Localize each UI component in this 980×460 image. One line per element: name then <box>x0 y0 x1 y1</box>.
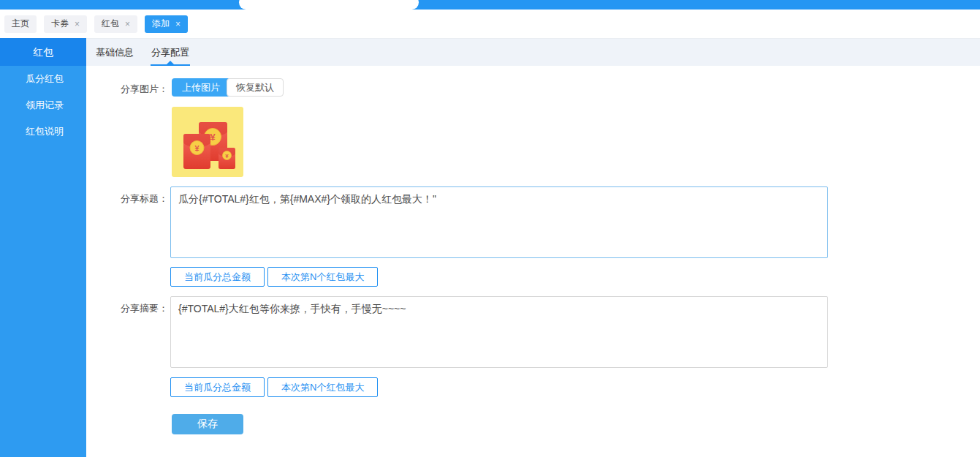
sidebar: 红包 瓜分红包 领用记录 红包说明 <box>0 38 86 457</box>
window-tab-redpacket[interactable]: 红包 × <box>94 15 137 33</box>
sidebar-item-redpacket-notes[interactable]: 红包说明 <box>0 118 86 145</box>
window-tab-label: 添加 <box>152 18 170 30</box>
sidebar-item-claim-records[interactable]: 领用记录 <box>0 92 86 118</box>
share-title-label: 分享标题： <box>86 192 168 206</box>
window-tab-coupon[interactable]: 卡券 × <box>44 15 87 33</box>
close-icon[interactable]: × <box>75 20 80 29</box>
browser-top-strip <box>0 0 980 10</box>
tab-share-config[interactable]: 分享配置 <box>151 39 190 66</box>
window-tab-label: 卡券 <box>51 18 69 30</box>
share-image-label: 分享图片： <box>86 83 168 96</box>
browser-omnibox-fragment <box>239 0 419 10</box>
window-tab-add[interactable]: 添加 × <box>145 15 188 33</box>
share-summary-input[interactable]: {#TOTAL#}大红包等你来撩，手快有，手慢无~~~~ <box>170 296 828 368</box>
insert-total-amount-button[interactable]: 当前瓜分总金额 <box>170 377 265 397</box>
window-tab-home[interactable]: 主页 <box>4 15 37 33</box>
close-icon[interactable]: × <box>175 20 181 29</box>
yuan-icon: ¥ <box>225 153 229 159</box>
insert-nth-biggest-button[interactable]: 本次第N个红包最大 <box>267 267 378 287</box>
tab-basic-info[interactable]: 基础信息 <box>95 39 134 66</box>
share-config-form: 分享图片： 上传图片 恢复默认 ¥ ¥ <box>86 66 980 460</box>
summary-insert-buttons: 当前瓜分总金额 本次第N个红包最大 <box>170 377 378 397</box>
share-summary-label: 分享摘要： <box>86 302 168 315</box>
upload-image-button[interactable]: 上传图片 <box>172 78 230 97</box>
content-tab-bar: 基础信息 分享配置 <box>86 38 980 66</box>
window-tab-label: 红包 <box>102 18 119 30</box>
insert-nth-biggest-button[interactable]: 本次第N个红包最大 <box>267 377 378 397</box>
window-tab-label: 主页 <box>12 18 29 30</box>
admin-page: 主页 卡券 × 红包 × 添加 × 红包 瓜分红包 领用记录 红包说明 基础信息… <box>0 0 980 460</box>
title-insert-buttons: 当前瓜分总金额 本次第N个红包最大 <box>170 267 378 287</box>
window-tab-bar: 主页 卡券 × 红包 × 添加 × <box>0 10 980 38</box>
yuan-icon: ¥ <box>194 144 200 153</box>
close-icon[interactable]: × <box>125 20 130 29</box>
yuan-icon: ¥ <box>210 132 216 143</box>
share-title-input[interactable]: 瓜分{#TOTAL#}红包，第{#MAX#}个领取的人红包最大！" <box>170 186 828 258</box>
insert-total-amount-button[interactable]: 当前瓜分总金额 <box>170 267 265 287</box>
sidebar-title-redpacket[interactable]: 红包 <box>0 38 86 66</box>
restore-default-button[interactable]: 恢复默认 <box>227 78 284 97</box>
save-button[interactable]: 保存 <box>172 414 243 434</box>
share-image-preview: ¥ ¥ ¥ <box>172 107 243 177</box>
sidebar-item-split-redpacket[interactable]: 瓜分红包 <box>0 66 86 92</box>
